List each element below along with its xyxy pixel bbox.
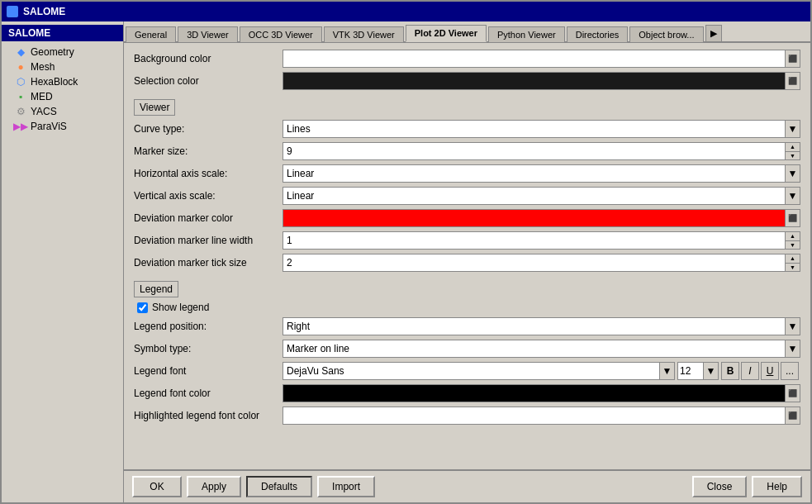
legend-font-more-button[interactable]: ... [781, 362, 799, 380]
highlighted-legend-font-color-button[interactable]: ⬛ [785, 407, 800, 424]
deviation-marker-tick-size-row: Deviation marker tick size 2 ▲ ▼ [134, 254, 800, 272]
close-button[interactable]: Close [692, 476, 748, 497]
symbol-type-arrow[interactable]: ▼ [785, 340, 800, 357]
legend-position-dropdown[interactable]: Right ▼ [283, 317, 800, 335]
dev-line-width-up[interactable]: ▲ [786, 232, 800, 241]
selection-color-field[interactable]: ⬛ [283, 72, 800, 90]
legend-font-name-dropdown[interactable]: DejaVu Sans ▼ [283, 362, 675, 380]
highlighted-legend-font-color-label: Highlighted legend font color [134, 410, 283, 421]
h-axis-scale-arrow[interactable]: ▼ [785, 165, 800, 182]
app-icon [7, 6, 18, 17]
dev-tick-size-up[interactable]: ▲ [786, 254, 800, 264]
main-window: SALOME SALOME ◆ Geometry ● Mesh ⬡ HexaBl… [0, 0, 812, 504]
legend-font-underline-button[interactable]: U [761, 362, 779, 380]
show-legend-row: Show legend [137, 302, 800, 313]
sidebar-item-yacs[interactable]: ⚙ YACS [2, 104, 123, 119]
legend-font-bold-button[interactable]: B [721, 362, 739, 380]
h-axis-scale-row: Horizontal axis scale: Linear ▼ [134, 164, 800, 183]
symbol-type-label: Symbol type: [134, 343, 283, 354]
legend-font-color-button[interactable]: ⬛ [785, 385, 800, 402]
deviation-marker-color-field[interactable]: ⬛ [283, 209, 800, 227]
deviation-marker-tick-size-spinner[interactable]: 2 ▲ ▼ [283, 254, 800, 272]
highlighted-legend-font-color-field[interactable]: ⬛ [283, 407, 800, 425]
tab-directories[interactable]: Directories [567, 26, 629, 42]
show-legend-label: Show legend [152, 302, 209, 313]
tabs-bar: General 3D Viewer OCC 3D Viewer VTK 3D V… [124, 21, 810, 43]
sidebar-item-geometry[interactable]: ◆ Geometry [2, 45, 123, 59]
import-button[interactable]: Import [317, 476, 375, 497]
tab-plot-2d-viewer[interactable]: Plot 2D Viewer [406, 25, 487, 42]
legend-position-arrow[interactable]: ▼ [785, 318, 800, 335]
marker-size-up[interactable]: ▲ [786, 143, 800, 152]
tab-occ-3d-viewer[interactable]: OCC 3D Viewer [240, 26, 322, 42]
curve-type-label: Curve type: [134, 123, 283, 135]
viewer-section-header[interactable]: Viewer [134, 94, 800, 120]
tab-more-button[interactable]: ▶ [705, 25, 722, 41]
show-legend-checkbox[interactable] [137, 302, 148, 313]
background-color-label: Background color [134, 53, 283, 64]
curve-type-row: Curve type: Lines ▼ [134, 120, 800, 138]
legend-font-italic-button[interactable]: I [741, 362, 759, 380]
selection-color-row: Selection color ⬛ [134, 72, 800, 90]
legend-section-label[interactable]: Legend [134, 281, 178, 297]
marker-size-value: 9 [287, 145, 292, 157]
background-color-field[interactable]: ⬛ [283, 50, 800, 68]
v-axis-scale-row: Vertical axis scale: Linear ▼ [134, 187, 800, 205]
defaults-button[interactable]: Defaults [246, 476, 312, 497]
v-axis-scale-label: Vertical axis scale: [134, 190, 283, 202]
marker-size-label: Marker size: [134, 145, 283, 157]
deviation-marker-color-label: Deviation marker color [134, 212, 283, 224]
legend-font-row: Legend font DejaVu Sans ▼ 12 ▼ B I U ... [134, 362, 800, 380]
ok-button[interactable]: OK [132, 476, 182, 497]
background-color-button[interactable]: ⬛ [785, 50, 800, 67]
curve-type-arrow[interactable]: ▼ [785, 121, 800, 137]
deviation-marker-line-width-label: Deviation marker line width [134, 235, 283, 246]
tab-general[interactable]: General [126, 26, 176, 42]
viewer-section-label[interactable]: Viewer [134, 99, 175, 116]
marker-size-row: Marker size: 9 ▲ ▼ [134, 142, 800, 160]
v-axis-scale-arrow[interactable]: ▼ [785, 188, 800, 204]
tab-vtk-3d-viewer[interactable]: VTK 3D Viewer [324, 26, 404, 42]
highlighted-legend-font-color-row: Highlighted legend font color ⬛ [134, 407, 800, 425]
curve-type-dropdown[interactable]: Lines ▼ [283, 120, 800, 138]
deviation-marker-line-width-row: Deviation marker line width 1 ▲ ▼ [134, 231, 800, 250]
sidebar-item-paravis[interactable]: ▶▶ ParaViS [2, 119, 123, 134]
apply-button[interactable]: Apply [187, 476, 241, 497]
dev-tick-size-down[interactable]: ▼ [786, 264, 800, 272]
selection-color-label: Selection color [134, 75, 283, 87]
symbol-type-dropdown[interactable]: Marker on line ▼ [283, 340, 800, 358]
sidebar: SALOME ◆ Geometry ● Mesh ⬡ HexaBlock ▪ M… [2, 21, 124, 502]
tab-python-viewer[interactable]: Python Viewer [488, 26, 565, 42]
deviation-marker-line-width-spinner[interactable]: 1 ▲ ▼ [283, 231, 800, 250]
legend-font-size-dropdown[interactable]: 12 ▼ [677, 362, 719, 380]
legend-font-color-field[interactable]: ⬛ [283, 384, 800, 402]
legend-font-color-row: Legend font color ⬛ [134, 384, 800, 402]
sidebar-item-mesh[interactable]: ● Mesh [2, 59, 123, 74]
sidebar-item-label: YACS [31, 106, 57, 117]
legend-section-header[interactable]: Legend [134, 276, 800, 302]
legend-font-size-arrow[interactable]: ▼ [703, 363, 718, 379]
deviation-marker-color-button[interactable]: ⬛ [785, 210, 800, 226]
v-axis-scale-dropdown[interactable]: Linear ▼ [283, 187, 800, 205]
right-panel: General 3D Viewer OCC 3D Viewer VTK 3D V… [124, 21, 810, 502]
help-button[interactable]: Help [752, 476, 802, 497]
legend-font-name-arrow[interactable]: ▼ [659, 363, 674, 379]
med-icon: ▪ [15, 91, 26, 102]
sidebar-item-med[interactable]: ▪ MED [2, 89, 123, 104]
sidebar-header: SALOME [2, 25, 123, 41]
mesh-icon: ● [15, 61, 26, 73]
marker-size-spinner[interactable]: 9 ▲ ▼ [283, 142, 800, 160]
legend-font-name-value: DejaVu Sans [287, 365, 344, 377]
yacs-icon: ⚙ [15, 106, 26, 117]
dev-line-width-buttons: ▲ ▼ [785, 232, 800, 249]
dev-line-width-down[interactable]: ▼ [786, 241, 800, 250]
tab-3d-viewer[interactable]: 3D Viewer [178, 26, 238, 42]
legend-font-size-value: 12 [680, 365, 691, 377]
h-axis-scale-dropdown[interactable]: Linear ▼ [283, 164, 800, 183]
paravis-icon: ▶▶ [15, 121, 26, 132]
sidebar-item-hexablock[interactable]: ⬡ HexaBlock [2, 74, 123, 89]
tab-object-browser[interactable]: Object brow... [629, 26, 703, 42]
marker-size-down[interactable]: ▼ [786, 152, 800, 160]
selection-color-button[interactable]: ⬛ [785, 73, 800, 89]
symbol-type-row: Symbol type: Marker on line ▼ [134, 340, 800, 358]
